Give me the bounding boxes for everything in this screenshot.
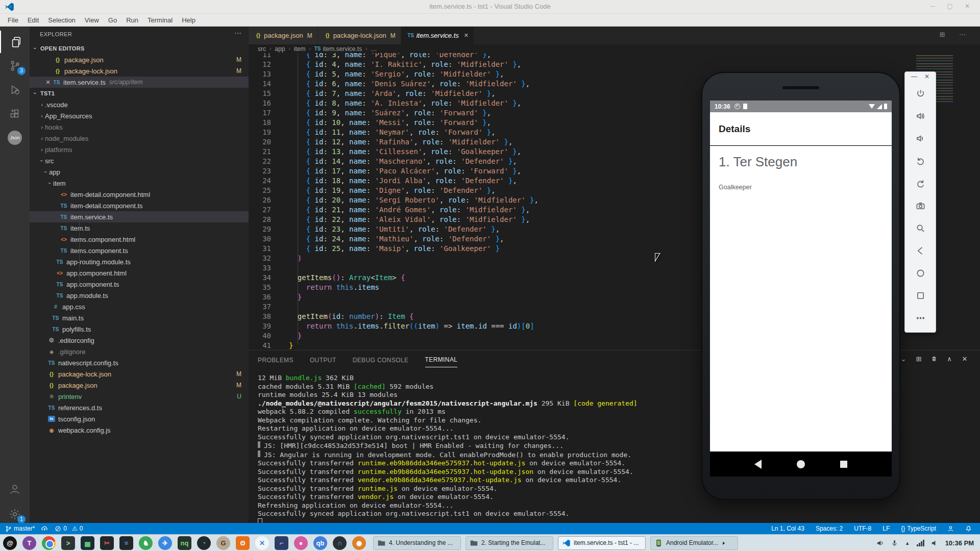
emulator-camera-button[interactable] [914,199,926,212]
taskbar-app-x2go[interactable]: ✕ [255,536,269,550]
taskbar-window-folder[interactable]: 2. Starting the Emulat... [465,536,553,550]
emulator-back-button[interactable] [914,244,926,257]
open-editors-header[interactable]: ›OPEN EDITORS [30,43,249,54]
tree-item[interactable]: {}package-lock.jsonM [30,368,249,380]
tree-item[interactable]: ›.vscode [30,99,249,110]
indentation-indicator[interactable]: Spaces: 2 [816,525,843,532]
tree-item[interactable]: TSitem.ts [30,222,249,234]
tree-item[interactable]: ›item [30,178,249,189]
taskbar-app-gnome-app[interactable]: ♞ [139,536,153,550]
activity-settings[interactable]: 1 [0,503,30,525]
taskbar-app-qbittorrent[interactable]: qb [313,536,327,550]
emulator-overview-button[interactable] [914,289,926,302]
panel-tab-problems[interactable]: PROBLEMS [258,352,293,367]
git-branch-indicator[interactable]: master* [5,525,35,532]
taskbar-app-audio-headphones[interactable]: ∩ [333,536,347,550]
menu-view[interactable]: View [80,16,104,24]
emulator-screen[interactable]: 10:36 P Details 1. Ter Stegen Goalkeeper [710,101,892,477]
taskbar-window-vscode[interactable]: item.service.ts - tst1 - ... [558,536,646,550]
taskbar-app-chrome[interactable] [42,536,56,550]
tab-package.json[interactable]: {}package.jsonM [249,27,318,44]
tree-item[interactable]: ›src [30,155,249,166]
tab-close-icon[interactable]: ✕ [464,32,469,39]
tab-package-lock.json[interactable]: {}package-lock.jsonM [318,27,401,44]
android-back-button[interactable] [754,460,762,469]
tree-item[interactable]: ◉webpack.config.js [30,424,249,436]
breadcrumb-segment[interactable]: item [294,45,306,53]
menu-run[interactable]: Run [121,16,143,24]
breadcrumb-segment[interactable]: item.service.ts [323,45,362,53]
emulator-minimize-button[interactable]: — [911,73,917,80]
tree-item[interactable]: #app.css [30,301,249,312]
open-editor-item[interactable]: ✕TSitem.service.tssrc/app/item [30,77,249,88]
activity-accounts[interactable] [0,478,30,500]
breadcrumb[interactable]: src›app›item›TSitem.service.ts›… [249,44,980,53]
tree-item[interactable]: TSpolyfills.ts [30,323,249,335]
tree-item[interactable]: TSitem-detail.component.ts [30,200,249,211]
taskbar-app-notepadqq[interactable]: nq [178,536,191,550]
tree-item[interactable]: TSreferences.d.ts [30,402,249,413]
activity-run-and-debug[interactable] [0,79,30,101]
tree-item[interactable]: <>item-detail.component.html [30,189,249,200]
tree-item[interactable]: TSitems.component.ts [30,245,249,256]
encoding-indicator[interactable]: UTF-8 [854,525,871,532]
emulator-power-button[interactable] [914,87,926,99]
menu-terminal[interactable]: Terminal [143,16,177,24]
tree-item[interactable]: TSmain.ts [30,312,249,323]
panel-tab-terminal[interactable]: TERMINAL [425,352,458,367]
language-mode[interactable]: {} TypeScript [901,525,936,532]
editor-toolbar-icons[interactable]: ⊞ ⋯ [939,31,972,38]
tree-item[interactable]: TSnativescript.config.ts [30,357,249,368]
breadcrumb-segment[interactable]: app [275,45,285,53]
taskbar-clock[interactable]: 10:36 PM [945,539,974,547]
tree-item[interactable]: ›platforms [30,144,249,155]
problems-indicator[interactable]: 0 ⚠ 0 [55,525,83,532]
menu-edit[interactable]: Edit [23,16,43,24]
android-home-button[interactable] [797,460,805,468]
taskbar-app-tiger-app[interactable]: ʘ [236,536,250,550]
taskbar-app-fishing-app[interactable]: ⌐ [275,536,288,550]
taskbar-app-dark-disc-app[interactable]: ◔ [197,536,211,550]
tree-item[interactable]: ◆.gitignore [30,346,249,357]
open-editor-item[interactable]: {}package.jsonM [30,54,249,65]
activity-source-control[interactable]: 3 [0,55,30,77]
emulator-more-button[interactable] [914,312,926,324]
breadcrumb-segment[interactable]: … [371,45,377,53]
notifications-button[interactable] [965,525,972,532]
tab-item.service.ts[interactable]: TSitem.service.ts✕ [401,27,474,44]
tree-item[interactable]: <>app.component.html [30,267,249,279]
taskbar-app-terminal[interactable]: > [61,536,75,550]
terminal-output[interactable]: 12 MiB bundle.js 362 KiBcached modules 5… [258,374,638,527]
eol-indicator[interactable]: LF [883,525,890,532]
taskbar-app-screenshot-tool[interactable]: ✂ [100,536,114,550]
emulator-volume-down-button[interactable] [914,132,926,144]
explorer-actions-icon[interactable]: ··· [234,29,241,37]
maximize-panel-icon[interactable]: ∧ [945,355,953,363]
tree-item[interactable]: TSapp.module.ts [30,290,249,301]
tree-item[interactable]: tstsconfig.json [30,413,249,424]
menu-file[interactable]: File [3,16,23,24]
activity-explorer[interactable] [0,31,30,53]
taskbar-app-pink-app[interactable]: ● [294,536,308,550]
activity-extensions[interactable] [0,103,30,125]
tree-item[interactable]: ⚙.editorconfig [30,335,249,346]
tree-item[interactable]: <>items.component.html [30,234,249,245]
tree-item[interactable]: TSapp.component.ts [30,279,249,290]
android-overview-button[interactable] [840,461,847,468]
taskbar-app-opensuse[interactable]: @ [3,536,17,550]
tree-item[interactable]: ≡printenvU [30,391,249,402]
taskbar-window-android[interactable]: Android Emulator...🕨 [650,536,738,550]
emulator-zoom-button[interactable] [914,222,926,234]
volume-icon[interactable] [876,539,884,547]
kill-terminal-icon[interactable] [930,355,938,363]
taskbar-app-media-app[interactable]: ▅ [81,536,94,550]
open-editor-item[interactable]: {}package-lock.jsonM [30,65,249,77]
network-icon[interactable] [917,540,924,546]
audio-icon[interactable] [931,539,939,547]
tree-item[interactable]: {}package.jsonM [30,380,249,391]
taskbar-app-gimp[interactable]: G [216,536,230,550]
menu-go[interactable]: Go [104,16,121,24]
close-panel-icon[interactable]: ✕ [961,355,969,363]
taskbar-app-blue-bird-app[interactable]: ✈ [158,536,172,550]
taskbar-app-tor-browser[interactable]: T [22,536,36,550]
